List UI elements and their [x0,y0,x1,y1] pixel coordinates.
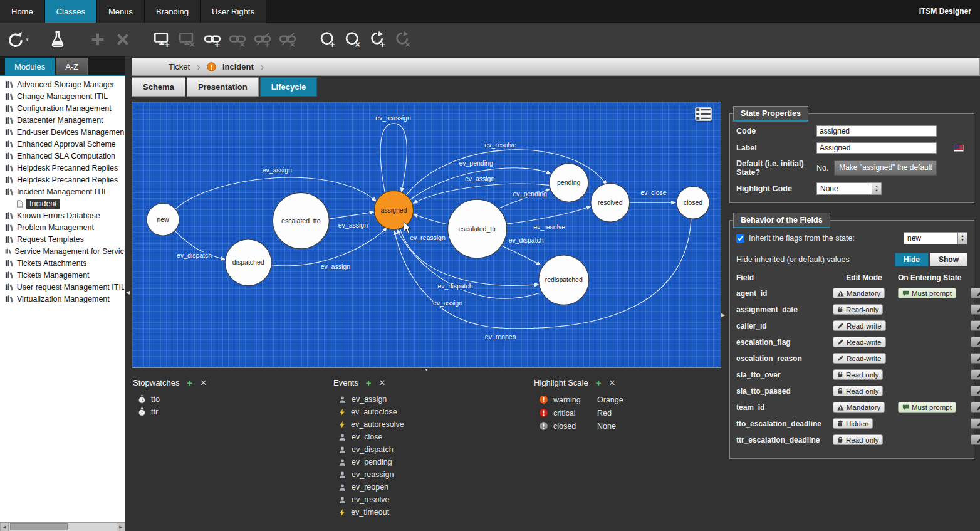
module-item-incident-management-itil[interactable]: Incident Management ITIL [0,186,125,197]
edit-field-button[interactable] [971,337,980,347]
edit-mode-badge-read-only[interactable]: Read-only [833,434,883,445]
nav-tab-branding[interactable]: Branding [145,0,201,23]
event-item-ev-timeout[interactable]: ev_timeout [333,506,534,518]
state-node-assigned[interactable]: assigned [374,191,413,229]
module-item-known-errors-database[interactable]: Known Errors Database [0,209,125,221]
must-prompt-badge[interactable]: Must prompt [898,288,956,298]
edit-mode-badge-read-write[interactable]: Read-write [833,337,886,347]
stopwatch-item-tto[interactable]: tto [133,393,333,406]
edit-mode-badge-read-write[interactable]: Read-write [833,320,886,331]
scroll-track[interactable] [9,523,117,531]
event-item-ev-pending[interactable]: ev_pending [333,456,534,468]
inherit-state-select[interactable]: new ▲▼ [904,232,967,244]
state-node-redispatched[interactable]: redispatched [539,255,589,305]
state-node-resolved[interactable]: resolved [591,183,630,222]
edit-field-button[interactable] [971,353,980,364]
tab-lifecycle[interactable]: Lifecycle [260,77,318,97]
edit-mode-badge-mandatory[interactable]: Mandatory [833,402,885,413]
module-item-virtualization-management[interactable]: Virtualization Management [0,293,125,305]
add-relation-button[interactable]: + [201,27,226,52]
highlight-item-closed[interactable]: closedNone [534,419,721,433]
add-state-button[interactable]: + [316,27,341,52]
nav-tab-classes[interactable]: Classes [45,0,97,23]
event-item-ev-autoclose[interactable]: ev_autoclose [333,406,534,418]
module-item-service-management-for-service-providers[interactable]: Service Management for Service Providers [0,245,125,257]
transition-ev_reassign[interactable] [413,214,448,224]
spinner-icon[interactable]: ▲▼ [872,183,881,194]
dropdown-caret-icon[interactable]: ▾ [26,36,29,43]
module-item-enhanced-sla-computation[interactable]: Enhanced SLA Computation [0,150,125,162]
diagram-options-button[interactable] [695,107,712,121]
inherit-flags-checkbox[interactable] [736,234,744,243]
scroll-right-button[interactable]: ▶ [117,523,125,531]
spinner-icon[interactable]: ▲▼ [957,233,967,244]
nav-tab-menus[interactable]: Menus [97,0,145,23]
stopwatch-item-ttr[interactable]: ttr [133,406,333,418]
undo-button[interactable]: ▾ [5,27,30,52]
remove-highlight-button[interactable]: ✕ [608,379,615,387]
edit-mode-badge-read-only[interactable]: Read-only [833,304,883,315]
state-node-escalated_ttr[interactable]: escalated_ttr [448,199,507,258]
canvas-resize-handle[interactable]: ▾ [132,368,721,373]
must-prompt-badge[interactable]: Must prompt [898,402,956,413]
module-item-request-templates[interactable]: Request Templates [0,233,125,245]
show-button[interactable]: Show [930,253,967,266]
event-item-ev-autoresolve[interactable]: ev_autoresolve [333,418,534,431]
event-item-ev-dispatch[interactable]: ev_dispatch [333,443,534,456]
scroll-left-button[interactable]: ◀ [0,523,9,531]
module-item-user-request-management-itil[interactable]: User request Management ITIL [0,281,125,293]
edit-field-button[interactable] [971,386,980,396]
edit-mode-badge-read-only[interactable]: Read-only [833,369,883,380]
delete-state-button[interactable]: × [341,27,366,52]
module-item-helpdesk-precanned-replies[interactable]: Helpdesk Precanned Replies [0,162,125,174]
event-item-ev-assign[interactable]: ev_assign [333,393,534,406]
remove-event-button[interactable]: ✕ [379,379,386,387]
nav-tab-home[interactable]: Home [0,0,45,23]
hide-button[interactable]: Hide [895,253,929,266]
add-highlight-button[interactable]: + [596,378,602,387]
edit-field-button[interactable] [971,304,980,315]
module-item-datacenter-management[interactable]: Datacenter Management [0,114,125,126]
breadcrumb-incident[interactable]: Incident [222,62,254,71]
edit-field-button[interactable] [971,320,980,331]
highlight-item-critical[interactable]: criticalRed [534,406,721,419]
edit-field-button[interactable] [971,402,980,413]
make-default-button[interactable]: Make "assigned" the default [834,160,937,176]
transition-ev_assign[interactable] [175,177,376,209]
event-item-ev-resolve[interactable]: ev_resolve [333,493,534,506]
transition-ev_reassign[interactable] [380,124,407,193]
state-node-dispatched[interactable]: dispatched [225,239,271,286]
lifecycle-canvas[interactable]: ev_reassignev_assignev_resolveev_pending… [132,102,721,368]
highlight-item-warning[interactable]: warningOrange [534,393,721,406]
edit-field-button[interactable] [971,418,980,429]
edit-mode-badge-mandatory[interactable]: Mandatory [833,288,885,298]
event-item-ev-reopen[interactable]: ev_reopen [333,481,534,493]
module-item-tickets-attachments[interactable]: Tickets Attachments [0,257,125,269]
class-item-incident[interactable]: Incident [0,197,125,209]
module-item-end-user-devices-management[interactable]: End-user Devices Management [0,126,125,138]
module-item-configuration-management[interactable]: Configuration Management [0,102,125,114]
sidebar-collapse-handle[interactable]: ◀ [126,290,130,295]
module-item-helpdesk-precanned-replies[interactable]: Helpdesk Precanned Replies [0,174,125,186]
add-class-button[interactable]: + [150,27,175,52]
highlight-code-select[interactable]: None ▲▼ [816,182,882,195]
remove-stopwatch-button[interactable]: ✕ [200,379,207,387]
module-item-change-management-itil[interactable]: Change Management ITIL [0,90,125,102]
edit-mode-badge-read-write[interactable]: Read-write [833,353,886,364]
nav-tab-user-rights[interactable]: User Rights [201,0,266,23]
code-input[interactable] [816,125,937,137]
tab-modules[interactable]: Modules [5,58,55,75]
module-item-enhanced-approval-scheme[interactable]: Enhanced Approval Scheme [0,138,125,150]
state-node-new[interactable]: new [147,203,179,236]
module-item-advanced-storage-manager[interactable]: Advanced Storage Manager [0,78,125,90]
state-node-closed[interactable]: closed [677,186,709,219]
tab-a-z[interactable]: A-Z [56,58,88,75]
event-item-ev-reassign[interactable]: ev_reassign [333,468,534,481]
add-event-button[interactable]: + [366,378,372,387]
state-node-escalated_tto[interactable]: escalated_tto [273,192,329,249]
edit-mode-badge-read-only[interactable]: Read-only [833,386,883,396]
edit-field-button[interactable] [971,288,980,298]
scroll-thumb[interactable] [10,523,68,530]
breadcrumb-ticket[interactable]: Ticket [169,62,190,71]
transition-ev_dispatch[interactable] [501,245,541,265]
